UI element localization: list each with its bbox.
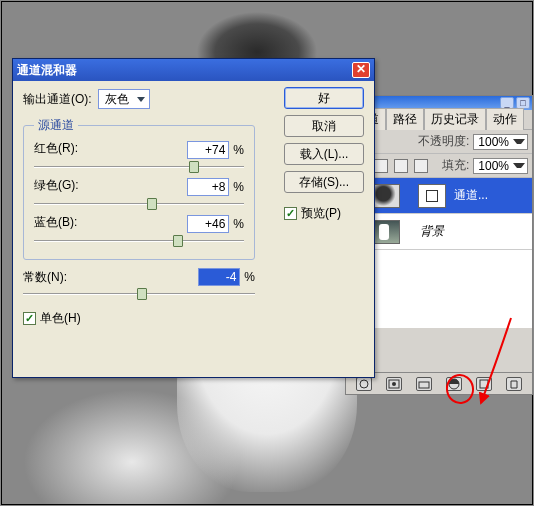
layer-mask-thumbnail[interactable]: [418, 184, 446, 208]
blue-label: 蓝色(B):: [34, 214, 187, 231]
percent-sign: %: [233, 217, 244, 231]
adjustment-thumbnail[interactable]: [372, 184, 400, 208]
source-channels-group: 源通道 红色(R): +74 % 绿色(G): +8 %: [23, 117, 255, 260]
tab-history[interactable]: 历史记录: [424, 108, 486, 130]
chevron-down-icon: [513, 163, 525, 168]
checkbox-icon: ✓: [23, 312, 36, 325]
new-folder-icon[interactable]: [416, 377, 432, 391]
tab-actions[interactable]: 动作: [486, 108, 524, 130]
opacity-value[interactable]: 100%: [473, 134, 528, 150]
fill-value[interactable]: 100%: [473, 158, 528, 174]
constant-label: 常数(N):: [23, 269, 198, 286]
svg-point-2: [392, 382, 396, 386]
svg-rect-3: [419, 382, 429, 388]
layer-thumbnail[interactable]: [372, 220, 400, 244]
lock-move-icon[interactable]: [394, 159, 408, 173]
preview-label: 预览(P): [301, 205, 341, 222]
lock-brush-icon[interactable]: [374, 159, 388, 173]
blue-slider[interactable]: [34, 235, 244, 249]
monochrome-label: 单色(H): [40, 310, 81, 327]
constant-input[interactable]: -4: [198, 268, 240, 286]
load-button[interactable]: 载入(L)...: [284, 143, 364, 165]
ok-button[interactable]: 好: [284, 87, 364, 109]
dialog-titlebar[interactable]: 通道混和器 ✕: [13, 59, 374, 81]
save-button[interactable]: 存储(S)...: [284, 171, 364, 193]
close-icon[interactable]: ✕: [352, 62, 370, 78]
green-label: 绿色(G):: [34, 177, 187, 194]
constant-slider[interactable]: [23, 288, 255, 302]
tab-paths[interactable]: 路径: [386, 108, 424, 130]
layer-style-icon[interactable]: [356, 377, 372, 391]
layer-name[interactable]: 通道...: [452, 187, 532, 204]
new-layer-icon[interactable]: [476, 377, 492, 391]
output-channel-label: 输出通道(O):: [23, 91, 92, 108]
red-slider[interactable]: [34, 161, 244, 175]
green-input[interactable]: +8: [187, 178, 229, 196]
output-channel-select[interactable]: 灰色: [98, 89, 151, 109]
checkbox-icon: ✓: [284, 207, 297, 220]
red-input[interactable]: +74: [187, 141, 229, 159]
dialog-title: 通道混和器: [17, 62, 77, 79]
fill-label: 填充:: [442, 157, 469, 174]
chevron-down-icon: [137, 97, 145, 102]
percent-sign: %: [244, 270, 255, 284]
lock-all-icon[interactable]: [414, 159, 428, 173]
red-label: 红色(R):: [34, 140, 187, 157]
opacity-label: 不透明度:: [418, 133, 469, 150]
green-slider[interactable]: [34, 198, 244, 212]
layer-name[interactable]: 背景: [418, 223, 532, 240]
channel-mixer-dialog: 通道混和器 ✕ 输出通道(O): 灰色 源通道 红色(R): +74 % 绿色: [12, 58, 375, 378]
percent-sign: %: [233, 143, 244, 157]
preview-checkbox[interactable]: ✓ 预览(P): [284, 205, 364, 222]
svg-point-0: [360, 380, 368, 388]
monochrome-checkbox[interactable]: ✓ 单色(H): [23, 310, 81, 327]
layer-mask-icon[interactable]: [386, 377, 402, 391]
delete-layer-icon[interactable]: [506, 377, 522, 391]
blue-input[interactable]: +46: [187, 215, 229, 233]
cancel-button[interactable]: 取消: [284, 115, 364, 137]
source-channels-legend: 源通道: [34, 117, 78, 134]
chevron-down-icon: [513, 139, 525, 144]
svg-rect-5: [480, 380, 488, 388]
percent-sign: %: [233, 180, 244, 194]
